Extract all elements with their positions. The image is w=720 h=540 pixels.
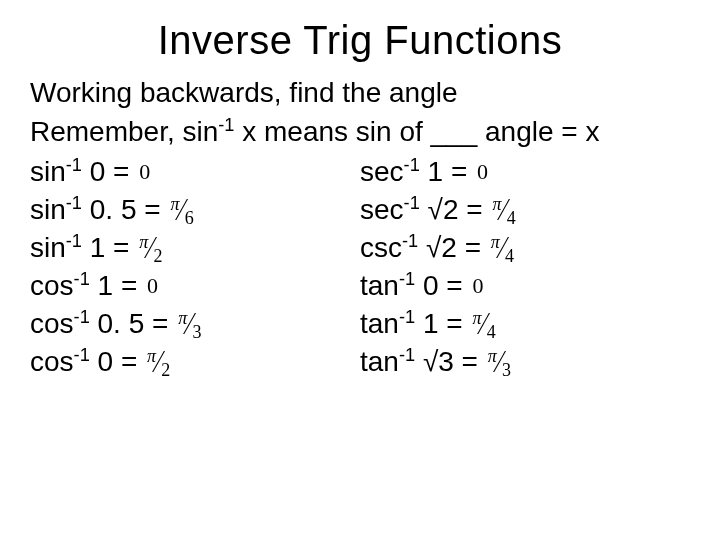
argument: 0 = — [415, 270, 470, 301]
function-name: cos — [30, 346, 74, 377]
superscript: -1 — [74, 345, 90, 365]
equation-lhs: sec-1 1 = — [360, 153, 475, 191]
equation-row: cos-1 0. 5 = π⁄3 — [30, 305, 360, 343]
fraction-answer: π⁄4 — [492, 189, 515, 231]
argument: 1 = — [420, 156, 475, 187]
equation-row: csc-1 √2 = π⁄4 — [360, 229, 690, 267]
fraction-answer: π⁄3 — [178, 303, 201, 345]
argument: 1 = — [82, 232, 137, 263]
right-column: sec-1 1 = 0sec-1 √2 = π⁄4csc-1 √2 = π⁄4t… — [360, 153, 690, 381]
fraction-denominator: 6 — [185, 206, 194, 230]
fraction-answer: π⁄3 — [488, 341, 511, 383]
argument: √2 = — [418, 232, 489, 263]
argument: 0. 5 = — [90, 308, 176, 339]
zero-answer: 0 — [147, 271, 158, 301]
fraction-numerator: π — [491, 230, 500, 254]
function-name: sin — [30, 232, 66, 263]
fraction-slash: ⁄ — [180, 189, 184, 231]
zero-answer: 0 — [139, 157, 150, 187]
superscript: -1 — [399, 345, 415, 365]
intro-post: x means sin of ___ angle = x — [234, 116, 599, 147]
argument: 1 = — [415, 308, 470, 339]
equation-lhs: tan-1 0 = — [360, 267, 470, 305]
function-name: tan — [360, 270, 399, 301]
equation-lhs: csc-1 √2 = — [360, 229, 489, 267]
intro-line-1: Working backwards, find the angle — [30, 75, 690, 110]
function-name: sec — [360, 194, 404, 225]
fraction-slash: ⁄ — [188, 303, 192, 345]
equation-lhs: cos-1 1 = — [30, 267, 145, 305]
function-name: cos — [30, 308, 74, 339]
fraction-slash: ⁄ — [157, 341, 161, 383]
fraction-numerator: π — [488, 344, 497, 368]
fraction-numerator: π — [472, 306, 481, 330]
equation-lhs: cos-1 0 = — [30, 343, 145, 381]
fraction-numerator: π — [139, 230, 148, 254]
superscript: -1 — [402, 231, 418, 251]
intro-sup: -1 — [218, 115, 234, 135]
equation-row: tan-1 0 = 0 — [360, 267, 690, 305]
columns: sin-1 0 = 0sin-1 0. 5 = π⁄6sin-1 1 = π⁄2… — [30, 153, 690, 381]
equation-row: sec-1 1 = 0 — [360, 153, 690, 191]
fraction-denominator: 2 — [161, 358, 170, 382]
equation-row: cos-1 1 = 0 — [30, 267, 360, 305]
fraction-slash: ⁄ — [149, 227, 153, 269]
superscript: -1 — [399, 269, 415, 289]
zero-answer: 0 — [472, 271, 483, 301]
intro-line-2: Remember, sin-1 x means sin of ___ angle… — [30, 114, 690, 149]
equation-lhs: sin-1 0. 5 = — [30, 191, 168, 229]
fraction-numerator: π — [178, 306, 187, 330]
function-name: sin — [30, 156, 66, 187]
superscript: -1 — [66, 155, 82, 175]
equation-lhs: sin-1 0 = — [30, 153, 137, 191]
equation-row: tan-1 √3 = π⁄3 — [360, 343, 690, 381]
equation-row: sin-1 0 = 0 — [30, 153, 360, 191]
page-title: Inverse Trig Functions — [30, 18, 690, 63]
equation-row: tan-1 1 = π⁄4 — [360, 305, 690, 343]
fraction-denominator: 2 — [153, 244, 162, 268]
superscript: -1 — [74, 269, 90, 289]
left-column: sin-1 0 = 0sin-1 0. 5 = π⁄6sin-1 1 = π⁄2… — [30, 153, 360, 381]
equation-lhs: cos-1 0. 5 = — [30, 305, 176, 343]
function-name: sec — [360, 156, 404, 187]
function-name: tan — [360, 346, 399, 377]
fraction-slash: ⁄ — [502, 189, 506, 231]
fraction-answer: π⁄6 — [170, 189, 193, 231]
argument: 0 = — [82, 156, 137, 187]
equation-row: sin-1 1 = π⁄2 — [30, 229, 360, 267]
superscript: -1 — [66, 193, 82, 213]
fraction-answer: π⁄4 — [472, 303, 495, 345]
fraction-denominator: 3 — [502, 358, 511, 382]
equation-lhs: tan-1 1 = — [360, 305, 470, 343]
equation-row: cos-1 0 = π⁄2 — [30, 343, 360, 381]
fraction-answer: π⁄2 — [147, 341, 170, 383]
argument: 0. 5 = — [82, 194, 168, 225]
equation-row: sec-1 √2 = π⁄4 — [360, 191, 690, 229]
argument: √2 = — [420, 194, 491, 225]
fraction-slash: ⁄ — [500, 227, 504, 269]
superscript: -1 — [399, 307, 415, 327]
fraction-slash: ⁄ — [497, 341, 501, 383]
function-name: csc — [360, 232, 402, 263]
superscript: -1 — [66, 231, 82, 251]
equation-lhs: tan-1 √3 = — [360, 343, 486, 381]
fraction-answer: π⁄2 — [139, 227, 162, 269]
function-name: sin — [30, 194, 66, 225]
fraction-numerator: π — [147, 344, 156, 368]
fraction-numerator: π — [170, 192, 179, 216]
equation-lhs: sin-1 1 = — [30, 229, 137, 267]
function-name: cos — [30, 270, 74, 301]
function-name: tan — [360, 308, 399, 339]
argument: 1 = — [90, 270, 145, 301]
intro-pre: Remember, sin — [30, 116, 218, 147]
superscript: -1 — [404, 193, 420, 213]
argument: √3 = — [415, 346, 486, 377]
equation-lhs: sec-1 √2 = — [360, 191, 490, 229]
fraction-answer: π⁄4 — [491, 227, 514, 269]
fraction-denominator: 4 — [505, 244, 514, 268]
fraction-slash: ⁄ — [482, 303, 486, 345]
zero-answer: 0 — [477, 157, 488, 187]
fraction-numerator: π — [492, 192, 501, 216]
superscript: -1 — [404, 155, 420, 175]
fraction-denominator: 3 — [192, 320, 201, 344]
